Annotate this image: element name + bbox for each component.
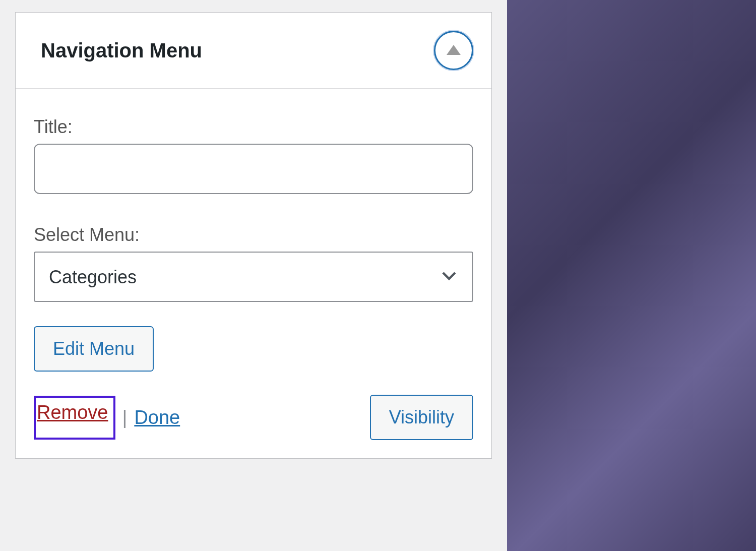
visibility-button[interactable]: Visibility bbox=[370, 395, 473, 440]
navigation-menu-widget: Navigation Menu Title: Select Menu: Cate… bbox=[15, 12, 492, 459]
widget-body: Title: Select Menu: Categories Edit Menu… bbox=[16, 89, 491, 458]
link-separator: | bbox=[122, 407, 128, 428]
footer-left-links: Remove | Done bbox=[34, 396, 180, 440]
select-menu-dropdown[interactable]: Categories bbox=[34, 252, 473, 302]
remove-highlight-box: Remove bbox=[34, 396, 115, 440]
chevron-up-icon bbox=[447, 45, 461, 55]
edit-menu-button[interactable]: Edit Menu bbox=[34, 326, 154, 372]
widget-header: Navigation Menu bbox=[16, 13, 491, 89]
widget-title: Navigation Menu bbox=[41, 39, 202, 62]
remove-link[interactable]: Remove bbox=[37, 402, 108, 423]
done-link[interactable]: Done bbox=[134, 407, 180, 428]
title-input[interactable] bbox=[34, 144, 473, 194]
collapse-toggle-button[interactable] bbox=[434, 31, 473, 70]
widget-footer: Remove | Done Visibility bbox=[34, 395, 473, 440]
widget-panel-area: Navigation Menu Title: Select Menu: Cate… bbox=[0, 0, 507, 551]
preview-background-strip bbox=[507, 0, 756, 551]
select-menu-label: Select Menu: bbox=[34, 224, 473, 246]
select-menu-wrapper: Categories bbox=[34, 252, 473, 302]
title-field-label: Title: bbox=[34, 116, 473, 138]
